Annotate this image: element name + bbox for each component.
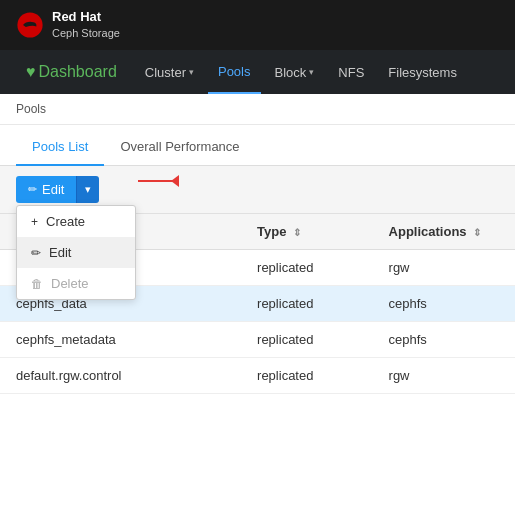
- logo-text: Red Hat Ceph Storage: [52, 9, 120, 40]
- nav-item-block[interactable]: Block ▾: [265, 50, 325, 94]
- dropdown-menu: + Create ✏ Edit 🗑 Delete: [16, 205, 136, 300]
- edit-button-group: ✏ Edit ▾ + Create ✏ Edit 🗑 Delete: [16, 176, 99, 203]
- cell-type: replicated: [241, 322, 372, 358]
- chevron-down-icon-block: ▾: [309, 67, 314, 77]
- page-content: Pools List Overall Performance ✏ Edit ▾ …: [0, 129, 515, 394]
- red-arrow-icon: [138, 180, 178, 182]
- nav-item-dashboard[interactable]: ♥ Dashboard: [16, 50, 127, 94]
- cell-apps: cephfs: [373, 286, 515, 322]
- cell-apps: rgw: [373, 250, 515, 286]
- cell-apps: rgw: [373, 358, 515, 394]
- arrow-indicator: [138, 180, 178, 182]
- tabs-bar: Pools List Overall Performance: [0, 129, 515, 166]
- main-nav: ♥ Dashboard Cluster ▾ Pools Block ▾ NFS …: [0, 50, 515, 94]
- sort-icon-apps: ⇕: [473, 227, 481, 238]
- chevron-down-icon: ▾: [189, 67, 194, 77]
- dropdown-item-delete: 🗑 Delete: [17, 268, 135, 299]
- edit-icon: ✏: [31, 246, 41, 260]
- plus-icon: +: [31, 215, 38, 229]
- cell-type: replicated: [241, 286, 372, 322]
- table-row[interactable]: default.rgw.control replicated rgw: [0, 358, 515, 394]
- nav-item-cluster[interactable]: Cluster ▾: [135, 50, 204, 94]
- cell-name: default.rgw.control: [0, 358, 241, 394]
- dropdown-toggle-button[interactable]: ▾: [76, 176, 99, 203]
- toolbar: ✏ Edit ▾ + Create ✏ Edit 🗑 Delete: [0, 166, 515, 214]
- nav-item-pools[interactable]: Pools: [208, 50, 261, 94]
- col-header-applications[interactable]: Applications ⇕: [373, 214, 515, 250]
- tab-overall-performance[interactable]: Overall Performance: [104, 129, 255, 166]
- redhat-logo-icon: [16, 11, 44, 39]
- dropdown-item-create[interactable]: + Create: [17, 206, 135, 237]
- heart-icon: ♥: [26, 63, 36, 81]
- pencil-icon: ✏: [28, 183, 37, 196]
- tab-pools-list[interactable]: Pools List: [16, 129, 104, 166]
- cell-name: cephfs_metadata: [0, 322, 241, 358]
- cell-type: replicated: [241, 358, 372, 394]
- dropdown-item-edit[interactable]: ✏ Edit: [17, 237, 135, 268]
- cell-apps: cephfs: [373, 322, 515, 358]
- nav-item-nfs[interactable]: NFS: [328, 50, 374, 94]
- trash-icon: 🗑: [31, 277, 43, 291]
- breadcrumb: Pools: [0, 94, 515, 125]
- edit-button[interactable]: ✏ Edit: [16, 176, 76, 203]
- sort-icon-type: ⇕: [293, 227, 301, 238]
- col-header-type[interactable]: Type ⇕: [241, 214, 372, 250]
- app-header: Red Hat Ceph Storage: [0, 0, 515, 50]
- chevron-down-icon-dropdown: ▾: [85, 183, 91, 196]
- nav-item-filesystems[interactable]: Filesystems: [378, 50, 467, 94]
- logo: Red Hat Ceph Storage: [16, 9, 120, 40]
- table-row[interactable]: cephfs_metadata replicated cephfs: [0, 322, 515, 358]
- cell-type: replicated: [241, 250, 372, 286]
